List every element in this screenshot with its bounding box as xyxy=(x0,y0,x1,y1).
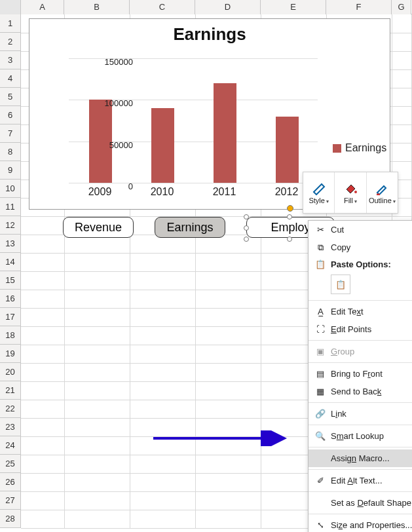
paste-option[interactable]: 📋 xyxy=(331,275,350,294)
menu-edit-text[interactable]: A̲Edit Text xyxy=(309,303,412,320)
x-tick: 2009 xyxy=(81,186,120,198)
search-icon: 🔍 xyxy=(314,431,327,441)
row-header[interactable]: 4 xyxy=(0,69,21,88)
mini-format-toolbar: Style▾ Fill▾ Outline▾ xyxy=(303,172,398,214)
separator xyxy=(309,491,412,492)
separator xyxy=(309,447,412,447)
menu-cut[interactable]: ✂Cut xyxy=(309,221,412,238)
row-header[interactable]: 15 xyxy=(0,271,21,290)
context-menu: ✂Cut ⧉Copy 📋Paste Options: 📋 A̲Edit Text… xyxy=(308,220,412,532)
x-tick: 2010 xyxy=(143,186,182,198)
revenue-button[interactable]: Revenue xyxy=(63,217,134,238)
col-header[interactable]: A xyxy=(21,0,64,14)
row-header[interactable]: 12 xyxy=(0,216,21,235)
col-header[interactable]: B xyxy=(64,0,130,14)
row-header[interactable]: 27 xyxy=(0,491,21,510)
separator xyxy=(309,362,412,363)
col-header[interactable]: F xyxy=(326,0,392,14)
row-header[interactable]: 17 xyxy=(0,308,21,326)
menu-copy[interactable]: ⧉Copy xyxy=(309,238,412,256)
x-tick: 2011 xyxy=(205,186,244,198)
separator xyxy=(309,340,412,341)
row-header[interactable]: 14 xyxy=(0,253,21,271)
row-header[interactable]: 1 xyxy=(0,14,21,33)
resize-handle[interactable] xyxy=(244,237,249,242)
resize-handle[interactable] xyxy=(287,214,292,219)
menu-edit-points[interactable]: ⛶Edit Points xyxy=(309,320,412,338)
col-header[interactable]: D xyxy=(195,0,261,14)
style-icon xyxy=(312,181,326,195)
row-header[interactable]: 7 xyxy=(0,124,21,143)
chart-legend: Earnings xyxy=(333,142,386,154)
menu-smart-lookup[interactable]: 🔍Smart Lookup xyxy=(309,427,412,445)
row-header[interactable]: 3 xyxy=(0,51,21,69)
bar xyxy=(151,108,174,183)
row-header[interactable]: 20 xyxy=(0,363,21,381)
row-header[interactable]: 9 xyxy=(0,161,21,180)
separator xyxy=(309,469,412,470)
row-header[interactable]: 22 xyxy=(0,400,21,418)
row-header[interactable]: 19 xyxy=(0,345,21,363)
row-header[interactable]: 26 xyxy=(0,473,21,491)
edit-text-icon: A̲ xyxy=(314,307,327,316)
menu-send-back[interactable]: ▦Send to Back› xyxy=(309,383,412,400)
fill-picker[interactable]: Fill▾ xyxy=(335,172,366,213)
menu-edit-alt-text[interactable]: ✐Edit Alt Text... xyxy=(309,472,412,489)
row-header[interactable]: 2 xyxy=(0,33,21,51)
style-picker[interactable]: Style▾ xyxy=(303,172,335,213)
bring-front-icon: ▤ xyxy=(314,369,327,379)
menu-link[interactable]: 🔗Link› xyxy=(309,405,412,423)
row-headers: 1234567891011121314151617181920212223242… xyxy=(0,14,21,528)
chart-plot xyxy=(69,58,318,183)
col-header[interactable]: C xyxy=(130,0,195,14)
resize-handle[interactable] xyxy=(244,225,249,231)
row-header[interactable]: 8 xyxy=(0,143,21,161)
alt-text-icon: ✐ xyxy=(314,476,327,485)
bar xyxy=(276,117,299,183)
bar xyxy=(214,83,236,183)
menu-size-props[interactable]: ⤡Size and Properties... xyxy=(309,516,412,532)
row-header[interactable]: 13 xyxy=(0,235,21,253)
outline-picker[interactable]: Outline▾ xyxy=(367,172,398,213)
edit-points-icon: ⛶ xyxy=(314,324,327,334)
resize-handle[interactable] xyxy=(287,237,292,242)
row-header[interactable]: 5 xyxy=(0,88,21,106)
svg-point-0 xyxy=(354,191,357,193)
separator xyxy=(309,300,412,301)
col-header[interactable]: G xyxy=(392,0,411,14)
row-header[interactable]: 25 xyxy=(0,455,21,473)
y-tick: 50000 xyxy=(94,140,133,150)
y-tick: 150000 xyxy=(94,57,133,67)
resize-handle[interactable] xyxy=(244,214,249,219)
row-header[interactable]: 6 xyxy=(0,106,21,124)
row-header[interactable]: 24 xyxy=(0,436,21,455)
size-icon: ⤡ xyxy=(314,520,327,530)
row-header[interactable]: 21 xyxy=(0,381,21,400)
annotation-arrow xyxy=(152,430,290,446)
x-tick: 2012 xyxy=(267,186,307,198)
clipboard-icon: 📋 xyxy=(314,259,327,269)
chart-title: Earnings xyxy=(29,24,390,45)
row-header[interactable]: 23 xyxy=(0,418,21,436)
menu-bring-front[interactable]: ▤Bring to Front› xyxy=(309,365,412,383)
send-back-icon: ▦ xyxy=(314,387,327,396)
menu-assign-macro[interactable]: Assign Macro... xyxy=(309,449,412,467)
col-header[interactable]: E xyxy=(261,0,326,14)
scissors-icon: ✂ xyxy=(314,225,327,235)
earnings-button[interactable]: Earnings xyxy=(155,217,225,238)
menu-set-default[interactable]: Set as Default Shape xyxy=(309,494,412,512)
row-header[interactable]: 11 xyxy=(0,198,21,216)
rotate-handle[interactable] xyxy=(287,205,293,212)
group-icon: ▣ xyxy=(314,347,327,356)
bucket-icon xyxy=(343,181,358,195)
pen-icon xyxy=(375,181,389,195)
select-all-corner[interactable] xyxy=(0,0,21,14)
row-header[interactable]: 18 xyxy=(0,326,21,345)
row-header[interactable]: 28 xyxy=(0,510,21,528)
paste-options-label: 📋Paste Options: xyxy=(309,256,412,272)
separator xyxy=(309,425,412,425)
row-header[interactable]: 10 xyxy=(0,180,21,198)
menu-group: ▣Group› xyxy=(309,343,412,360)
separator xyxy=(309,402,412,403)
row-header[interactable]: 16 xyxy=(0,290,21,308)
